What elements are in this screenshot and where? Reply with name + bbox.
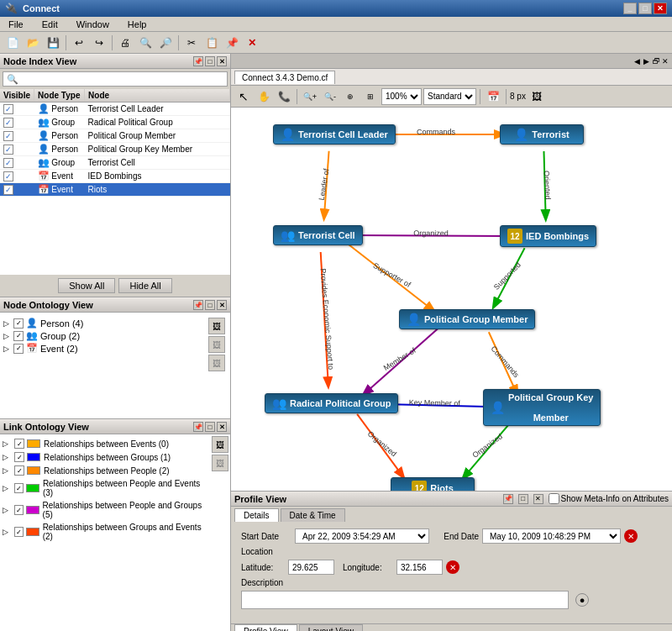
copy-button[interactable]: 📋	[202, 34, 221, 52]
graph-node-tc[interactable]: 👥Terrorist Cell	[273, 225, 363, 245]
menu-edit[interactable]: Edit	[37, 18, 63, 31]
graph-node-r[interactable]: 12Riots	[391, 477, 475, 491]
tab-details[interactable]: Details	[234, 508, 279, 522]
canvas-nav-next[interactable]: ▶	[643, 57, 649, 66]
minimize-button[interactable]: _	[623, 3, 637, 14]
layout-select[interactable]: Standard	[423, 88, 476, 105]
canvas-tab-item[interactable]: Connect 3.4.3 Demo.cf	[234, 71, 335, 84]
menu-file[interactable]: File	[3, 18, 29, 31]
link-ontology-pin-button[interactable]: 📌	[193, 422, 203, 432]
graph-node-pgm[interactable]: 👤Political Group Member	[399, 309, 535, 329]
phone-tool[interactable]: 📞	[275, 87, 293, 106]
visible-checkbox[interactable]	[3, 145, 13, 155]
select-tool[interactable]: ↖	[234, 87, 253, 106]
image-tool[interactable]: 🖼	[528, 87, 546, 106]
link-expand-icon[interactable]: ▷	[3, 506, 13, 514]
graph-node-tcl[interactable]: 👤Terrorist Cell Leader	[273, 124, 396, 145]
node-index-maximize-button[interactable]: □	[205, 56, 215, 66]
link-item[interactable]: ▷ ✓ Relationships between People (2)	[2, 465, 208, 476]
link-checkbox[interactable]: ✓	[14, 483, 24, 493]
tree-expand-icon[interactable]: ▷	[3, 332, 12, 340]
link-item[interactable]: ▷ ✓ Relationships between People and Gro…	[2, 500, 208, 520]
lon-input[interactable]	[396, 560, 443, 575]
end-date-delete-button[interactable]: ✕	[624, 529, 638, 543]
table-row[interactable]: 👥 Group Terrorist Cell	[0, 156, 230, 170]
table-row[interactable]: 👤 Person Political Group Key Member	[0, 143, 230, 156]
link-btn-2[interactable]: 🖼	[212, 455, 228, 471]
bottom-tab-layout[interactable]: Layout View	[299, 624, 363, 631]
graph-node-rpg[interactable]: 👥Radical Political Group	[265, 393, 398, 413]
search-input[interactable]	[3, 71, 228, 87]
graph-node-pgkm[interactable]: 👤Political Group KeyMember	[483, 389, 601, 426]
visible-checkbox[interactable]	[3, 104, 13, 114]
link-checkbox[interactable]: ✓	[14, 465, 24, 476]
graph-node-t[interactable]: 👤Terrorist	[500, 124, 584, 145]
bottom-tab-profile[interactable]: Profile View	[234, 624, 297, 631]
lat-input[interactable]	[288, 560, 334, 575]
print-button[interactable]: 🖨	[116, 34, 134, 52]
canvas-close-button[interactable]: ✕	[662, 57, 669, 66]
ont-btn-2[interactable]: 🖼	[208, 336, 225, 353]
ontology-item[interactable]: ▷ ✓ 👤 Person (4)	[3, 318, 207, 329]
zoom-fit-tool[interactable]: 🔍+	[301, 87, 319, 106]
canvas-nav-prev[interactable]: ◀	[634, 57, 640, 66]
link-expand-icon[interactable]: ▷	[3, 466, 13, 475]
visible-checkbox[interactable]	[3, 131, 13, 141]
table-row[interactable]: 👤 Person Political Group Member	[0, 129, 230, 143]
link-item[interactable]: ▷ ✓ Relationships between Groups (1)	[2, 451, 208, 463]
cut-button[interactable]: ✂	[182, 34, 201, 52]
node-index-close-button[interactable]: ✕	[217, 56, 227, 66]
table-row[interactable]: 👥 Group Radical Political Group	[0, 116, 230, 129]
ont-btn-3[interactable]: 🖼	[208, 355, 225, 371]
maximize-button[interactable]: □	[638, 3, 652, 14]
profile-close-button[interactable]: ✕	[533, 494, 543, 504]
ontology-checkbox[interactable]: ✓	[13, 318, 24, 329]
link-expand-icon[interactable]: ▷	[3, 528, 13, 536]
link-checkbox[interactable]: ✓	[14, 452, 24, 462]
zoom-area-tool[interactable]: ⊞	[361, 87, 380, 106]
tree-expand-icon[interactable]: ▷	[3, 319, 12, 328]
zoom-in-tool2[interactable]: ⊕	[341, 87, 360, 106]
hide-all-button[interactable]: Hide All	[118, 278, 171, 293]
desc-input[interactable]	[241, 591, 569, 609]
paste-button[interactable]: 📌	[223, 34, 241, 52]
node-ontology-pin-button[interactable]: 📌	[193, 300, 203, 310]
tree-expand-icon[interactable]: ▷	[3, 344, 12, 353]
delete-button[interactable]: ✕	[243, 34, 261, 52]
zoom-select[interactable]: 100% 75% 50% 150%	[381, 88, 422, 105]
profile-pin-button[interactable]: 📌	[503, 494, 513, 504]
menu-help[interactable]: Help	[123, 18, 152, 31]
table-row[interactable]: 📅 Event Riots	[0, 183, 230, 197]
link-checkbox[interactable]: ✓	[14, 439, 24, 449]
ontology-checkbox[interactable]: ✓	[13, 344, 24, 354]
link-item[interactable]: ▷ ✓ Relationships between Events (0)	[2, 438, 208, 450]
show-meta-checkbox[interactable]	[549, 493, 559, 504]
link-item[interactable]: ▷ ✓ Relationships between Groups and Eve…	[2, 522, 208, 542]
zoom-out-button[interactable]: 🔎	[156, 34, 175, 52]
start-date-input[interactable]: Apr 22, 2009 3:54:29 AM	[295, 528, 429, 544]
open-button[interactable]: 📂	[24, 34, 42, 52]
tab-date-time[interactable]: Date & Time	[281, 508, 345, 522]
end-date-input[interactable]: May 10, 2009 10:48:29 PM	[482, 528, 621, 544]
table-row[interactable]: 👤 Person Terrorist Cell Leader	[0, 103, 230, 116]
new-button[interactable]: 📄	[3, 34, 22, 52]
show-all-button[interactable]: Show All	[58, 278, 115, 293]
link-btn-1[interactable]: 🖼	[212, 436, 228, 453]
table-row[interactable]: 📅 Event IED Bombings	[0, 170, 230, 183]
link-expand-icon[interactable]: ▷	[3, 484, 13, 492]
zoom-out-tool[interactable]: 🔍-	[321, 87, 339, 106]
link-ontology-close-button[interactable]: ✕	[217, 422, 227, 432]
link-expand-icon[interactable]: ▷	[3, 439, 13, 448]
link-expand-icon[interactable]: ▷	[3, 453, 13, 461]
graph-canvas[interactable]: Commands Leader of Oriented Organized Su…	[231, 108, 672, 491]
link-checkbox[interactable]: ✓	[14, 527, 24, 537]
profile-max-button[interactable]: □	[518, 494, 528, 504]
zoom-in-button[interactable]: 🔍	[136, 34, 155, 52]
visible-checkbox[interactable]	[3, 171, 13, 181]
visible-checkbox[interactable]	[3, 185, 13, 195]
ontology-item[interactable]: ▷ ✓ 📅 Event (2)	[3, 343, 207, 354]
ontology-item[interactable]: ▷ ✓ 👥 Group (2)	[3, 330, 207, 341]
visible-checkbox[interactable]	[3, 158, 13, 168]
link-checkbox[interactable]: ✓	[14, 505, 24, 515]
ont-btn-1[interactable]: 🖼	[208, 318, 225, 334]
